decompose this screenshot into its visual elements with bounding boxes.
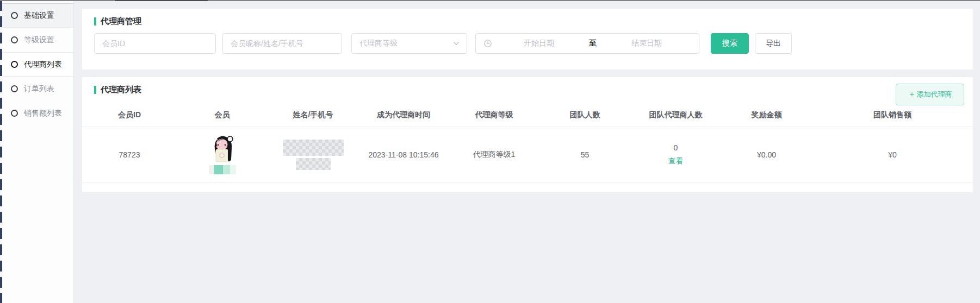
col-team-agent-count: 团队代理商人数 [630,110,721,120]
panel-title-row: 代理商管理 [82,9,973,27]
sidebar-item-level-settings[interactable]: 等级设置 [2,28,73,52]
col-become-time: 成为代理商时间 [358,110,449,120]
col-member: 会员 [177,110,268,120]
keyword-input[interactable] [222,33,342,54]
member-avatar-block [209,135,236,174]
phone-censored [296,158,331,170]
plus-icon: ＋ [908,90,916,99]
col-member-id: 会员ID [82,110,177,120]
panel-title-row: 代理商列表 [82,77,973,95]
main-content: 代理商管理 代理商等级 开始日期 至 结束日期 搜索 导出 [75,1,980,303]
agent-list-panel: 代理商列表 ＋ 添加代理商 会员ID 会员 姓名/手机号 成为代理商时间 代理商… [82,77,973,192]
member-nickname-censored [209,165,236,174]
view-link[interactable]: 查看 [668,156,684,166]
sidebar-item-label: 销售额列表 [24,109,62,118]
panel-title: 代理商列表 [101,85,141,95]
agent-level-select[interactable]: 代理商等级 [351,33,467,54]
sidebar-item-label: 基础设置 [24,11,54,21]
window-top-edge-segment [115,0,208,1]
title-accent-bar [94,86,96,94]
sidebar-item-basic-settings[interactable]: 基础设置 [2,3,73,28]
radio-circle-icon [11,12,18,19]
window-top-edge [0,0,980,1]
cell-reward-amount: ¥0.00 [721,150,812,159]
sidebar-item-label: 代理商列表 [24,60,62,70]
sidebar-item-label: 订单列表 [24,84,54,94]
cell-team-agent-count: 0 查看 [630,143,721,166]
end-date-placeholder[interactable]: 结束日期 [600,39,693,48]
col-reward-amount: 奖励金额 [721,110,812,120]
date-range-separator: 至 [586,39,600,48]
cell-team-count: 55 [539,150,630,159]
col-agent-level: 代理商等级 [449,110,539,120]
panel-title: 代理商管理 [101,16,141,27]
add-agent-label: 添加代理商 [917,90,952,99]
clock-icon [483,39,492,48]
radio-circle-icon [11,36,18,43]
collapsed-menu-strip [0,0,2,303]
chevron-down-icon [452,40,460,47]
col-team-count: 团队人数 [539,110,630,120]
member-id-input[interactable] [94,33,216,54]
radio-circle-icon [11,85,18,92]
export-button[interactable]: 导出 [755,33,792,54]
col-team-sales: 团队销售额 [812,110,973,120]
col-name-phone: 姓名/手机号 [268,110,358,120]
cell-member-id: 78723 [82,150,177,159]
filter-row: 代理商等级 开始日期 至 结束日期 搜索 导出 [94,33,973,54]
radio-circle-icon [11,110,18,117]
add-agent-button[interactable]: ＋ 添加代理商 [896,84,964,105]
sidebar: 基础设置 等级设置 代理商列表 订单列表 销售额列表 [2,0,74,303]
avatar [209,135,235,163]
name-censored [283,140,344,156]
date-range-picker[interactable]: 开始日期 至 结束日期 [475,33,699,54]
cell-team-sales: ¥0 [812,150,973,159]
agent-management-panel: 代理商管理 代理商等级 开始日期 至 结束日期 搜索 导出 [82,9,973,70]
sidebar-item-order-list[interactable]: 订单列表 [2,77,73,101]
search-button[interactable]: 搜索 [711,33,749,54]
table-row: 78723 [82,127,973,183]
sidebar-item-agent-list[interactable]: 代理商列表 [2,52,73,77]
cell-name-phone [268,140,358,170]
sidebar-item-sales-list[interactable]: 销售额列表 [2,101,73,125]
radio-circle-icon [11,61,18,68]
sidebar-item-label: 等级设置 [24,35,54,45]
cell-member [177,135,268,174]
table-header-row: 会员ID 会员 姓名/手机号 成为代理商时间 代理商等级 团队人数 团队代理商人… [82,104,973,127]
team-agent-count-value: 0 [674,143,678,152]
cell-agent-level: 代理商等级1 [449,150,539,160]
start-date-placeholder[interactable]: 开始日期 [492,39,586,48]
cell-become-time: 2023-11-08 10:15:46 [358,150,449,159]
agent-level-placeholder: 代理商等级 [359,39,398,48]
title-accent-bar [94,17,96,26]
